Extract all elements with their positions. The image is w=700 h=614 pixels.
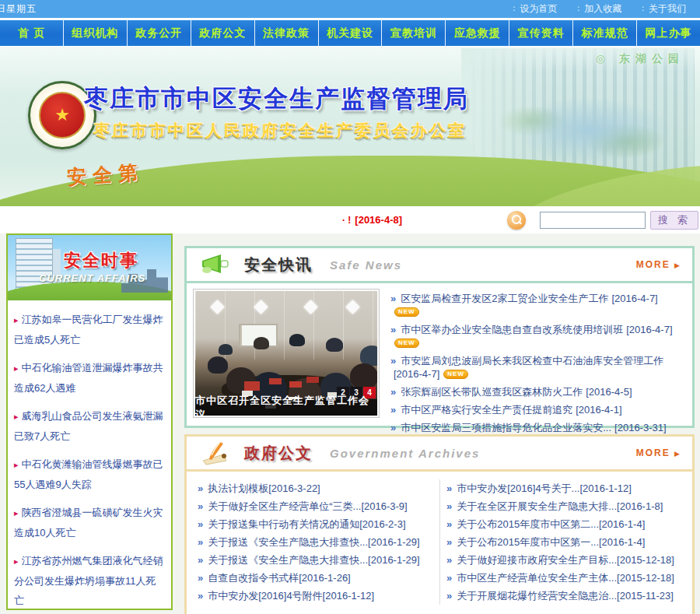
doc-list-item[interactable]: »执法计划模板[2016-3-22] <box>198 479 433 497</box>
doc-list-item[interactable]: »关于做好迎接市政府安全生产目标...[2015-12-18] <box>446 551 681 569</box>
triangle-bullet-icon: ▸ <box>14 508 19 518</box>
dot-separator-icon: ∶ <box>577 4 579 14</box>
nav-item[interactable]: 网上办事 <box>637 20 700 46</box>
news-ticker[interactable]: · ! [2016-4-8] <box>342 214 402 226</box>
doc-item-date: [2016-3-22] <box>268 482 320 494</box>
sidebar-news-item[interactable]: ▸江苏如皋一民营化工厂发生爆炸已造成5人死亡 <box>14 310 165 349</box>
more-arrow-icon: ▶ <box>674 450 681 458</box>
safe-news-more-link[interactable]: MORE ▶ <box>636 259 681 270</box>
more-arrow-icon: ▶ <box>674 261 681 269</box>
nav-item[interactable]: 组织机构 <box>64 20 128 46</box>
chevron-bullet-icon: » <box>446 518 452 530</box>
news-item-date: [2016-3-31] <box>614 422 667 433</box>
doc-list-item[interactable]: »关于报送集中行动有关情况的通知[2016-2-3] <box>198 515 433 533</box>
sidebar-news-text: 威海乳山食品公司发生液氨泄漏已致7人死亡 <box>14 410 163 442</box>
nav-item[interactable]: 机关建设 <box>319 20 383 46</box>
doc-list-item[interactable]: »关于报送《安全生产隐患大排查快...[2016-1-29] <box>198 533 433 551</box>
new-badge: NEW <box>443 370 468 379</box>
doc-list-item[interactable]: »市中安办发[2016]4号附件[2016-1-12] <box>198 587 433 605</box>
news-photo-slideshow[interactable]: 2 3 4 市中区召开全区安全生产监管工作会议 <box>193 289 380 418</box>
news-item-text: 市安监局刘忠波副局长来我区检查中石油油库安全管理工作 <box>401 355 663 367</box>
doc-list-item[interactable]: »关于开展烟花爆竹经营安全隐患治...[2015-11-23] <box>446 587 681 605</box>
triangle-bullet-icon: ▸ <box>14 460 19 469</box>
search-input[interactable] <box>540 212 646 229</box>
doc-list-item[interactable]: »关于公布2015年度市中区第一...[2016-1-4] <box>446 533 681 551</box>
doc-list-item[interactable]: »关于公布2015年度市中区第二...[2016-1-4] <box>446 515 681 533</box>
chevron-bullet-icon: » <box>390 293 396 304</box>
news-item-date: [2016-4-7] <box>626 324 672 335</box>
nav-item[interactable]: 宣传资料 <box>509 20 573 46</box>
dot-separator-icon: ∶ <box>642 4 644 14</box>
safe-news-subtitle: Safe News <box>330 258 402 272</box>
ticker-bullet-icon: · ! <box>342 215 351 226</box>
chevron-bullet-icon: » <box>446 554 452 566</box>
sidebar-news-item[interactable]: ▸江苏省苏州燃气集团液化气经销分公司发生爆炸坍塌事故11人死亡 <box>14 551 165 610</box>
news-list-item[interactable]: »市中区举办企业安全隐患自查自改系统使用培训班[2016-4-7]NEW <box>390 321 688 352</box>
chevron-bullet-icon: » <box>446 500 452 512</box>
top-utility-bar: 日星期五 ∶ 设为首页 ∶ 加入收藏 ∶ 关于我们 <box>0 0 700 18</box>
topbar-link[interactable]: ∶ 加入收藏 <box>577 2 621 16</box>
quill-pen-icon <box>199 440 233 465</box>
doc-item-date: [2016-1-29] <box>368 536 420 548</box>
doc-item-date: [2015-12-18] <box>617 572 674 584</box>
doc-list-item[interactable]: »关于在全区开展安全生产隐患大排...[2016-1-8] <box>446 497 681 515</box>
safe-news-body: 2 3 4 市中区召开全区安全生产监管工作会议 »区安监局检查开发区2家工贸企业… <box>187 283 692 426</box>
sidebar-news-item[interactable]: ▸中石化输油管道泄漏爆炸事故共造成62人遇难 <box>14 358 165 398</box>
doc-item-text: 关于做好迎接市政府安全生产目标... <box>457 554 617 566</box>
sidebar-news-item[interactable]: ▸中石化黄潍输油管线爆燃事故已55人遇难9人失踪 <box>14 454 165 494</box>
nav-item[interactable]: 宣教培训 <box>382 20 446 46</box>
sidebar-news-item[interactable]: ▸陕西省澄城县一硫磺矿发生火灾造成10人死亡 <box>14 503 165 542</box>
nav-item[interactable]: 标准规范 <box>573 20 637 46</box>
doc-list-item[interactable]: »关于报送《安全生产隐患大排查快...[2016-1-29] <box>198 551 433 569</box>
site-subtitle: 枣庄市市中区人民政府安全生产委员会办公室 <box>93 120 467 142</box>
nav-item[interactable]: 应急救援 <box>446 20 509 46</box>
search-button[interactable]: 搜 索 <box>650 211 698 230</box>
red-boxes-on-table <box>269 378 282 384</box>
doc-item-date: [2016-1-26] <box>299 572 351 584</box>
sidebar-header-image: 安全时事 CURRENT AFFAIRS <box>8 235 171 300</box>
safe-news-header: 安全快讯 Safe News MORE ▶ <box>187 248 692 283</box>
more-label: MORE <box>636 259 670 270</box>
news-list-item[interactable]: »市安监局刘忠波副局长来我区检查中石油油库安全管理工作[2016-4-7]NEW <box>390 352 688 383</box>
news-list-item[interactable]: »张宗辉副区长带队巡查我区森林防火工作[2016-4-5] <box>390 383 688 401</box>
safe-news-list: »区安监局检查开发区2家工贸企业安全生产工作[2016-4-7]NEW »市中区… <box>390 288 688 454</box>
photo-caption[interactable]: 市中区召开全区安全生产监管工作会议 <box>195 399 377 416</box>
doc-item-text: 关于报送《安全生产隐患大排查快... <box>208 554 368 566</box>
doc-item-text: 执法计划模板 <box>208 482 268 494</box>
news-list-item[interactable]: »区安监局检查开发区2家工贸企业安全生产工作[2016-4-7]NEW <box>390 289 688 321</box>
sidebar-title: 安全时事 <box>64 249 138 272</box>
doc-list-item[interactable]: »市中区生产经营单位安全生产主体...[2015-12-18] <box>446 569 681 587</box>
safety-slogan: 安全第 <box>66 160 145 191</box>
doc-item-text: 市中安办发[2016]4号关于... <box>457 482 579 494</box>
news-item-text: 市中区举办企业安全隐患自查自改系统使用培训班 <box>401 324 623 335</box>
doc-list-item[interactable]: »自查自改指令书式样[2016-1-26] <box>198 569 433 587</box>
nav-item-label: 标准规范 <box>582 26 628 40</box>
chevron-bullet-icon: » <box>198 554 203 566</box>
topbar-link-label: 加入收藏 <box>584 2 621 16</box>
more-label: MORE <box>636 447 670 458</box>
doc-list-right: »市中安办发[2016]4号关于...[2016-1-12] »关于在全区开展安… <box>439 479 688 605</box>
topbar-link[interactable]: ∶ 关于我们 <box>642 2 686 16</box>
nav-item[interactable]: 政务公开 <box>128 20 191 46</box>
topbar-link[interactable]: ∶ 设为首页 <box>513 2 557 16</box>
chevron-bullet-icon: » <box>446 590 452 602</box>
chevron-bullet-icon: » <box>390 422 396 433</box>
news-list-item[interactable]: »市中区严格实行安全生产责任提前追究[2016-4-1] <box>390 401 688 419</box>
doc-list-item[interactable]: »市中安办发[2016]4号关于...[2016-1-12] <box>446 479 681 497</box>
doc-item-text: 关于公布2015年度市中区第一... <box>457 536 599 548</box>
chevron-bullet-icon: » <box>390 404 396 416</box>
doc-item-text: 关于做好全区生产经营单位“三类... <box>208 500 361 512</box>
sidebar-news-text: 陕西省澄城县一硫磺矿发生火灾造成10人死亡 <box>14 507 163 539</box>
doc-list-item[interactable]: »关于做好全区生产经营单位“三类...[2016-3-9] <box>198 497 433 515</box>
chevron-bullet-icon: » <box>446 536 452 548</box>
news-item-text: 区安监局检查开发区2家工贸企业安全生产工作 <box>401 293 608 304</box>
nav-item[interactable]: 法律政策 <box>255 20 319 46</box>
triangle-bullet-icon: ▸ <box>14 363 19 373</box>
main-navigation: 首 页 组织机构 政务公开 政府公文 法律政策 机关建设 宣教培训 应急救援 宣… <box>0 20 700 46</box>
doc-item-date: [2016-1-12] <box>579 482 632 494</box>
nav-item[interactable]: 政府公文 <box>191 20 255 46</box>
gov-archives-more-link[interactable]: MORE ▶ <box>636 447 681 458</box>
nav-item[interactable]: 首 页 <box>0 20 64 46</box>
chevron-bullet-icon: » <box>390 355 396 367</box>
sidebar-news-item[interactable]: ▸威海乳山食品公司发生液氨泄漏已致7人死亡 <box>14 406 165 446</box>
